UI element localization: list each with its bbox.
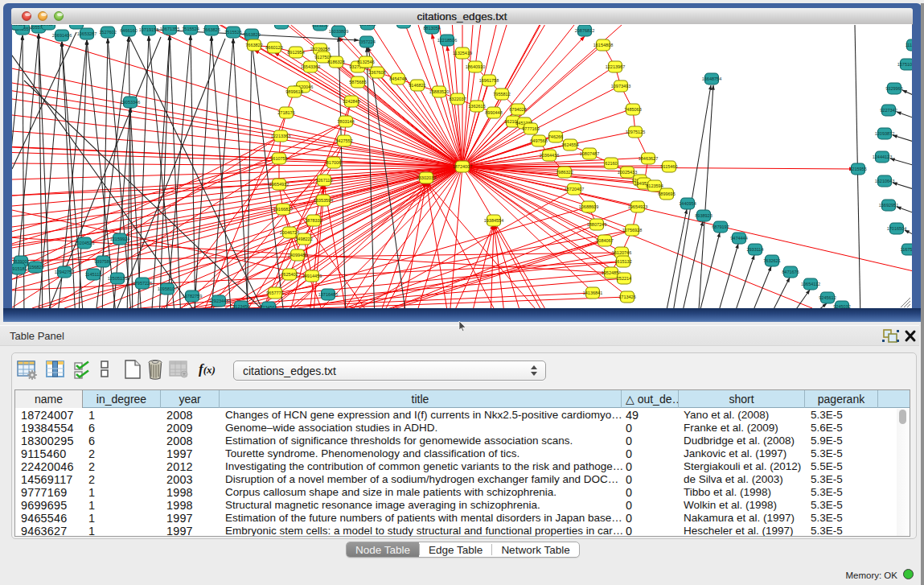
svg-text:106532: 106532	[69, 25, 84, 26]
svg-text:3267110: 3267110	[315, 178, 332, 183]
svg-text:8454749: 8454749	[389, 76, 406, 81]
svg-text:16782759: 16782759	[183, 294, 202, 299]
svg-text:9245612: 9245612	[819, 295, 836, 300]
svg-text:7803144: 7803144	[337, 119, 354, 124]
svg-text:9245032: 9245032	[833, 304, 850, 308]
svg-text:5875685: 5875685	[349, 80, 366, 84]
svg-text:8427552: 8427552	[335, 138, 352, 143]
svg-text:8186328: 8186328	[327, 60, 344, 64]
svg-text:3915181: 3915181	[12, 266, 27, 271]
svg-text:9397586: 9397586	[94, 259, 111, 264]
svg-text:1610755: 1610755	[270, 156, 287, 161]
svg-text:10756928: 10756928	[622, 228, 642, 233]
svg-text:15692951: 15692951	[879, 203, 898, 208]
svg-text:12213967: 12213967	[606, 64, 625, 69]
svg-text:16033809: 16033809	[329, 29, 348, 34]
svg-text:12093872: 12093872	[875, 131, 894, 136]
svg-text:7485063: 7485063	[624, 107, 641, 112]
svg-text:16120746: 16120746	[612, 250, 631, 255]
svg-text:8912954: 8912954	[287, 50, 304, 55]
svg-text:7663829: 7663829	[243, 32, 260, 37]
svg-text:16648754: 16648754	[702, 76, 721, 81]
svg-text:1527602: 1527602	[99, 30, 116, 35]
svg-text:817006: 817006	[326, 160, 341, 165]
svg-text:2933114: 2933114	[746, 247, 763, 252]
svg-text:18807249: 18807249	[587, 222, 606, 227]
svg-text:1362615: 1362615	[468, 104, 485, 109]
svg-text:20691406: 20691406	[52, 33, 72, 38]
svg-text:6497568: 6497568	[530, 138, 547, 143]
svg-text:9242845: 9242845	[343, 99, 359, 104]
svg-text:746266: 746266	[548, 134, 563, 139]
svg-text:19384554: 19384554	[484, 218, 503, 223]
svg-text:10025433: 10025433	[618, 170, 637, 175]
svg-text:12975125: 12975125	[626, 130, 645, 134]
svg-text:9227342: 9227342	[880, 108, 897, 113]
svg-text:1167533: 1167533	[900, 247, 912, 252]
svg-text:7515524: 7515524	[182, 27, 199, 31]
svg-text:12218506: 12218506	[437, 38, 457, 43]
svg-text:12923448: 12923448	[209, 299, 228, 303]
svg-text:209114: 209114	[41, 25, 55, 27]
svg-text:17016504: 17016504	[887, 226, 906, 231]
svg-text:16543362: 16543362	[301, 64, 320, 69]
svg-text:10671355: 10671355	[160, 27, 179, 31]
svg-text:18463627: 18463627	[639, 156, 658, 161]
svg-text:7663825: 7663825	[203, 27, 220, 32]
svg-text:12942757: 12942757	[55, 270, 74, 274]
svg-text:8938923: 8938923	[695, 213, 712, 218]
svg-text:12159924: 12159924	[110, 237, 129, 241]
svg-text:11325419: 11325419	[453, 51, 472, 56]
svg-text:3624554: 3624554	[561, 142, 578, 147]
svg-text:8322037: 8322037	[449, 97, 466, 101]
svg-text:7357224: 7357224	[358, 39, 375, 44]
svg-text:19654923: 19654923	[628, 204, 647, 209]
svg-text:5878332: 5878332	[305, 218, 322, 223]
svg-text:9084067: 9084067	[596, 238, 613, 243]
svg-text:8123456: 8123456	[232, 304, 249, 308]
svg-text:3215955: 3215955	[849, 167, 866, 171]
svg-text:1156829: 1156829	[27, 265, 43, 270]
svg-text:9115460: 9115460	[660, 164, 677, 169]
svg-text:15720407: 15720407	[565, 187, 584, 192]
svg-text:8132546: 8132546	[357, 60, 374, 64]
svg-text:7234561: 7234561	[260, 305, 277, 308]
svg-text:7663822: 7663822	[245, 43, 262, 47]
svg-text:10046726: 10046726	[280, 230, 299, 235]
svg-text:9899618: 9899618	[285, 89, 302, 94]
svg-text:12213363: 12213363	[271, 134, 290, 138]
svg-text:252214: 252214	[617, 276, 631, 281]
svg-text:9329966: 9329966	[885, 86, 902, 91]
svg-text:1713426: 1713426	[618, 295, 635, 299]
svg-text:20876812: 20876812	[575, 28, 594, 33]
svg-text:20204526: 20204526	[75, 241, 94, 245]
svg-text:1440954: 1440954	[679, 201, 696, 206]
svg-text:8813054: 8813054	[423, 26, 440, 31]
svg-text:18724007: 18724007	[453, 164, 472, 169]
svg-text:7625402: 7625402	[281, 272, 298, 277]
svg-text:9657771: 9657771	[266, 290, 283, 295]
svg-text:6794028: 6794028	[509, 107, 526, 112]
svg-text:1145113: 1145113	[85, 272, 102, 277]
svg-text:7632621: 7632621	[763, 258, 780, 263]
svg-text:62160: 62160	[605, 161, 617, 166]
svg-text:20364436: 20364436	[540, 153, 559, 158]
svg-text:8660123: 8660123	[265, 45, 282, 50]
svg-text:6466160: 6466160	[120, 28, 137, 33]
svg-text:13716485: 13716485	[318, 292, 338, 297]
svg-text:19654932: 19654932	[269, 182, 289, 187]
svg-text:7955812: 7955812	[493, 92, 510, 97]
svg-text:15883520: 15883520	[429, 89, 449, 94]
svg-text:13353594: 13353594	[314, 198, 333, 203]
svg-text:5498222: 5498222	[295, 237, 312, 241]
svg-text:2718176: 2718176	[277, 110, 294, 115]
svg-text:7986322: 7986322	[556, 170, 573, 175]
svg-text:23302033: 23302033	[417, 175, 436, 180]
svg-text:10973493: 10973493	[611, 84, 630, 89]
svg-text:912233: 912233	[274, 25, 289, 26]
svg-text:15751034: 15751034	[897, 62, 912, 67]
svg-text:2367608: 2367608	[368, 70, 385, 75]
svg-text:6879197: 6879197	[712, 225, 729, 229]
svg-text:10719155: 10719155	[139, 27, 158, 32]
svg-text:7515526: 7515526	[224, 30, 241, 35]
